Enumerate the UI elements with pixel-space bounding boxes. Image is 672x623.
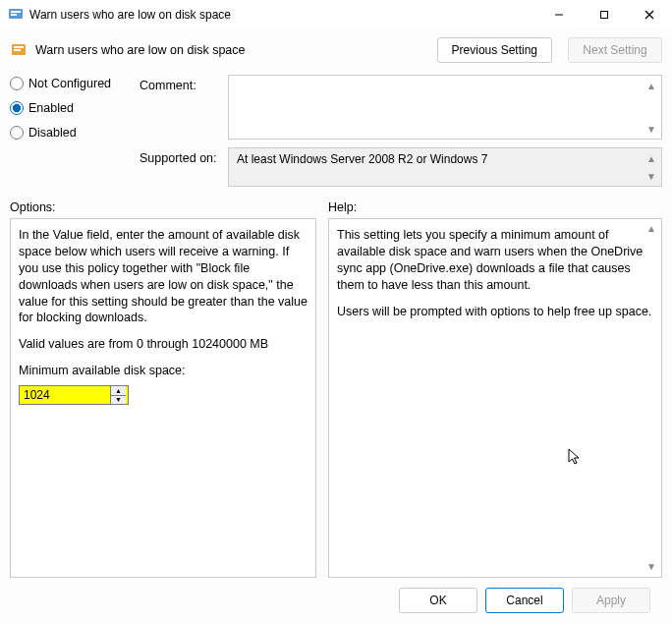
supported-text: At least Windows Server 2008 R2 or Windo… (237, 152, 487, 166)
spinner-down-button[interactable]: ▼ (111, 396, 126, 405)
svg-rect-9 (14, 49, 21, 51)
scroll-up-icon[interactable]: ▲ (644, 150, 659, 166)
svg-rect-1 (11, 11, 21, 13)
scroll-up-icon[interactable]: ▲ (644, 78, 659, 93)
comment-field[interactable]: ▲ ▼ (228, 75, 662, 140)
spinner-up-button[interactable]: ▲ (111, 386, 126, 396)
close-button[interactable] (627, 0, 672, 29)
state-radio-group: Not Configured Enabled Disabled (10, 75, 128, 187)
radio-disabled-input[interactable] (10, 126, 24, 140)
radio-enabled-label: Enabled (28, 101, 74, 115)
apply-button[interactable]: Apply (572, 588, 650, 613)
svg-rect-2 (11, 14, 17, 16)
options-label: Options: (10, 200, 316, 214)
right-fields: Comment: ▲ ▼ Supported on: At least Wind… (140, 75, 662, 187)
dialog-footer: OK Cancel Apply (10, 578, 662, 623)
svg-rect-8 (14, 46, 24, 48)
options-description: In the Value field, enter the amount of … (19, 227, 308, 326)
cancel-button[interactable]: Cancel (485, 588, 564, 613)
ok-button[interactable]: OK (399, 588, 477, 613)
window-controls (536, 0, 672, 29)
scroll-down-icon[interactable]: ▼ (644, 559, 659, 575)
minimize-button[interactable] (536, 0, 582, 29)
maximize-button[interactable] (582, 0, 627, 29)
help-paragraph-1: This setting lets you specify a minimum … (337, 227, 653, 294)
help-label: Help: (328, 200, 662, 214)
scroll-down-icon[interactable]: ▼ (644, 168, 659, 184)
next-setting-button[interactable]: Next Setting (568, 37, 662, 63)
scroll-down-icon[interactable]: ▼ (644, 121, 659, 137)
policy-header-row: Warn users who are low on disk space Pre… (10, 37, 662, 63)
dialog-window: Warn users who are low on disk space War… (0, 0, 672, 623)
panels: In the Value field, enter the amount of … (10, 218, 662, 578)
spinner-buttons: ▲ ▼ (110, 386, 126, 404)
svg-rect-4 (601, 12, 608, 19)
scroll-up-icon[interactable]: ▲ (644, 221, 659, 237)
help-panel: This setting lets you specify a minimum … (328, 218, 662, 578)
options-valid-values: Valid values are from 0 through 10240000… (19, 336, 308, 353)
options-panel: In the Value field, enter the amount of … (10, 218, 316, 578)
window-title: Warn users who are low on disk space (29, 8, 536, 22)
previous-setting-button[interactable]: Previous Setting (437, 37, 552, 63)
titlebar: Warn users who are low on disk space (0, 0, 672, 29)
spinner-row: ▲ ▼ (19, 385, 308, 405)
comment-row: Comment: ▲ ▼ (140, 75, 662, 140)
disk-space-spinner[interactable]: ▲ ▼ (19, 385, 129, 405)
supported-field: At least Windows Server 2008 R2 or Windo… (228, 147, 662, 187)
supported-label: Supported on: (140, 147, 218, 165)
panel-labels: Options: Help: (10, 200, 662, 214)
radio-disabled[interactable]: Disabled (10, 126, 128, 140)
radio-not-configured-input[interactable] (10, 77, 24, 90)
disk-space-input[interactable] (20, 386, 110, 404)
supported-row: Supported on: At least Windows Server 20… (140, 147, 662, 187)
radio-not-configured-label: Not Configured (28, 77, 111, 90)
radio-disabled-label: Disabled (28, 126, 77, 140)
help-paragraph-2: Users will be prompted with options to h… (337, 304, 653, 320)
policy-icon (10, 41, 28, 59)
radio-not-configured[interactable]: Not Configured (10, 77, 128, 90)
spinner-label: Minimum available disk space: (19, 363, 308, 379)
comment-label: Comment: (140, 75, 218, 92)
policy-title: Warn users who are low on disk space (35, 43, 246, 57)
config-row: Not Configured Enabled Disabled Comment:… (10, 75, 662, 187)
policy-header-left: Warn users who are low on disk space (10, 41, 246, 59)
radio-enabled-input[interactable] (10, 101, 24, 115)
app-icon (8, 7, 24, 23)
dialog-content: Warn users who are low on disk space Pre… (0, 29, 672, 623)
radio-enabled[interactable]: Enabled (10, 101, 128, 115)
